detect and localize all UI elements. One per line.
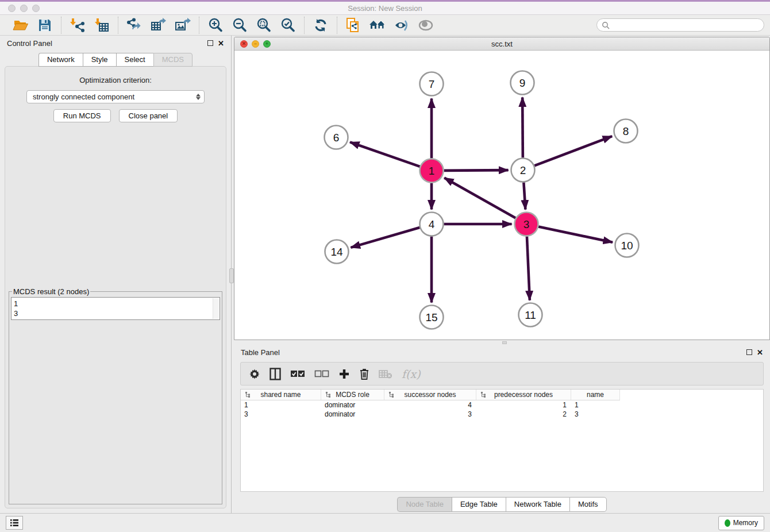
duplicate-network-icon[interactable] — [343, 17, 364, 34]
column-header-label: shared name — [260, 391, 301, 399]
import-network-icon[interactable] — [67, 17, 88, 34]
delete-trash-icon[interactable] — [359, 366, 369, 382]
memory-status-icon — [725, 519, 730, 527]
float-table-panel-icon[interactable] — [746, 349, 752, 355]
tab-network-table[interactable]: Network Table — [506, 497, 569, 512]
mcds-result-textarea[interactable]: 1 3 — [11, 297, 220, 320]
export-network-icon[interactable] — [124, 17, 145, 34]
graph-edge-2-3[interactable] — [523, 182, 525, 209]
zoom-in-icon[interactable] — [205, 17, 226, 34]
tab-network[interactable]: Network — [38, 53, 83, 67]
criterion-select[interactable]: strongly connected component — [26, 90, 205, 103]
network-graph[interactable]: 7968124314101511 — [234, 51, 769, 340]
close-network-button[interactable]: ✕ — [240, 40, 248, 48]
select-spinner-icon — [196, 94, 201, 100]
panel-splitter-horizontal[interactable] — [234, 340, 770, 345]
close-panel-icon[interactable]: ✕ — [218, 40, 224, 47]
delete-table-disabled-icon — [379, 366, 392, 382]
column-chooser-icon[interactable] — [270, 366, 281, 382]
status-bar: Memory — [0, 513, 770, 532]
zoom-selected-icon[interactable] — [278, 17, 298, 34]
function-builder-fx-icon: f(x) — [402, 366, 421, 382]
mcds-result-group: MCDS result (2 nodes) 1 3 — [9, 287, 222, 504]
memory-button[interactable]: Memory — [718, 516, 764, 530]
table-row[interactable]: 3dominator323 — [241, 410, 620, 419]
result-scrollbar[interactable] — [213, 298, 219, 319]
network-window-title: scc.txt — [234, 40, 769, 48]
graph-edge-3-1[interactable] — [444, 178, 515, 218]
tab-motifs[interactable]: Motifs — [569, 497, 607, 512]
cell-predecessor-nodes: 1 — [476, 400, 571, 410]
hide-panel-eye-icon[interactable] — [391, 17, 412, 34]
list-icon — [10, 519, 19, 527]
network-view-window: ✕ − + scc.txt 7968124314101511 — [234, 37, 770, 340]
graph-node-label-2: 2 — [520, 164, 526, 176]
zoom-window-button[interactable] — [32, 5, 40, 12]
minimize-network-button[interactable]: − — [252, 40, 259, 48]
graph-node-label-10: 10 — [621, 240, 633, 252]
table-panel-title: Table Panel — [241, 348, 280, 357]
splitter-handle[interactable] — [229, 268, 234, 283]
select-all-checkboxes-icon[interactable] — [290, 366, 305, 382]
graph-edge-2-9[interactable] — [522, 97, 523, 157]
task-history-list-button[interactable] — [6, 516, 23, 530]
panel-splitter-vertical[interactable] — [231, 36, 234, 513]
float-panel-icon[interactable] — [207, 40, 213, 46]
cell-predecessor-nodes: 2 — [476, 410, 571, 419]
tab-mcds[interactable]: MCDS — [153, 53, 192, 67]
graph-edge-1-6[interactable] — [350, 142, 420, 166]
column-header-predecessor-nodes[interactable]: predecessor nodes — [476, 390, 571, 400]
table-row[interactable]: 1dominator411 — [241, 400, 620, 410]
column-header-label: predecessor nodes — [494, 391, 553, 399]
deselect-all-checkboxes-icon[interactable] — [314, 366, 329, 382]
preview-eye-icon[interactable] — [415, 17, 436, 34]
save-icon[interactable] — [34, 17, 55, 34]
import-table-icon[interactable] — [91, 17, 112, 34]
cell-shared-name: 3 — [241, 410, 321, 419]
search-input[interactable] — [610, 21, 759, 29]
graph-edge-1-2[interactable] — [444, 170, 508, 171]
run-mcds-button[interactable]: Run MCDS — [53, 109, 111, 122]
toolbar-separator — [199, 17, 199, 34]
column-header-label: successor nodes — [404, 391, 456, 399]
toolbar-separator — [337, 17, 337, 34]
export-image-icon[interactable] — [172, 17, 193, 34]
column-header-MCDS-role[interactable]: MCDS role — [321, 390, 384, 400]
maximize-network-button[interactable]: + — [263, 40, 271, 48]
graph-node-label-14: 14 — [330, 246, 343, 258]
table-settings-gear-icon[interactable] — [249, 366, 260, 382]
close-window-button[interactable] — [8, 5, 16, 12]
node-table: shared nameMCDS rolesuccessor nodesprede… — [240, 389, 764, 492]
column-header-name[interactable]: name — [571, 390, 620, 400]
close-panel-button[interactable]: Close panel — [119, 109, 178, 122]
mcds-panel-body: Optimization criterion: strongly connect… — [5, 66, 226, 508]
fit-content-icon[interactable] — [253, 17, 274, 34]
graph-edge-3-10[interactable] — [538, 226, 613, 242]
column-header-successor-nodes[interactable]: successor nodes — [384, 390, 476, 400]
tab-style[interactable]: Style — [83, 53, 116, 67]
home-view-icon[interactable] — [367, 17, 388, 34]
close-table-panel-icon[interactable]: ✕ — [757, 349, 763, 356]
graph-edge-3-11[interactable] — [527, 236, 530, 300]
cell-MCDS-role: dominator — [321, 410, 384, 419]
tab-node-table[interactable]: Node Table — [397, 497, 452, 512]
zoom-out-icon[interactable] — [229, 17, 250, 34]
optimization-criterion-label: Optimization criterion: — [79, 76, 152, 84]
graph-node-label-1: 1 — [429, 165, 435, 177]
network-canvas[interactable]: 7968124314101511 — [234, 51, 769, 340]
cell-MCDS-role: dominator — [321, 400, 384, 410]
table-header-row: shared nameMCDS rolesuccessor nodesprede… — [241, 390, 620, 400]
tab-edge-table[interactable]: Edge Table — [452, 497, 506, 512]
export-table-icon[interactable] — [148, 17, 169, 34]
graph-edge-2-8[interactable] — [534, 136, 612, 165]
refresh-layout-icon[interactable] — [310, 17, 331, 34]
splitter-dot[interactable] — [502, 341, 507, 344]
minimize-window-button[interactable] — [20, 5, 28, 12]
graph-node-label-4: 4 — [429, 218, 435, 230]
graph-edge-4-14[interactable] — [351, 228, 419, 248]
tab-select[interactable]: Select — [116, 53, 153, 67]
open-folder-icon[interactable] — [10, 17, 31, 34]
cell-successor-nodes: 3 — [384, 410, 476, 419]
column-header-shared-name[interactable]: shared name — [241, 390, 321, 400]
add-row-plus-icon[interactable] — [338, 366, 350, 382]
